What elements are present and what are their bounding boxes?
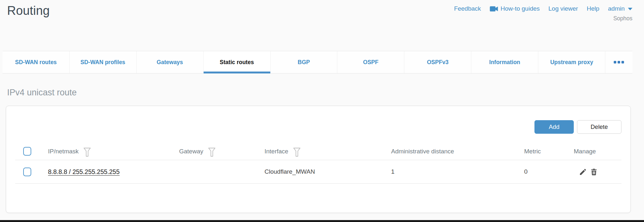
funnel-icon[interactable] — [208, 148, 216, 157]
tab-upstream-proxy[interactable]: Upstream proxy — [538, 51, 605, 73]
metric-cell: 0 — [524, 168, 574, 175]
ellipsis-icon — [618, 61, 620, 63]
pencil-icon[interactable] — [579, 168, 587, 176]
tab-more-menu[interactable] — [605, 51, 632, 73]
tab-ospfv3[interactable]: OSPFv3 — [404, 51, 471, 73]
ipv4-unicast-route-panel: Add Delete IP/netmask Gateway — [6, 106, 631, 213]
static-routes-table: IP/netmask Gateway Interface — [15, 143, 621, 184]
tab-bar: SD-WAN routes SD-WAN profiles Gateways S… — [3, 51, 632, 73]
admin-menu[interactable]: admin — [608, 5, 632, 12]
delete-button[interactable]: Delete — [577, 120, 621, 134]
tab-static-routes[interactable]: Static routes — [204, 51, 271, 73]
page-header: Routing Feedback How-to guides Log viewe… — [0, 0, 644, 51]
feedback-link[interactable]: Feedback — [454, 5, 481, 12]
brand-label: Sophos — [613, 15, 632, 22]
tab-bgp[interactable]: BGP — [271, 51, 338, 73]
utility-nav: Feedback How-to guides Log viewer Help a… — [454, 5, 632, 12]
column-header-metric: Metric — [524, 148, 541, 155]
header-utility-area: Feedback How-to guides Log viewer Help a… — [454, 5, 632, 22]
main-content: IPv4 unicast route Add Delete IP/netmask… — [0, 88, 644, 213]
funnel-icon[interactable] — [293, 148, 301, 157]
route-link[interactable]: 8.8.8.8 / 255.255.255.255 — [48, 168, 120, 176]
tab-sd-wan-profiles[interactable]: SD-WAN profiles — [70, 51, 137, 73]
tab-information[interactable]: Information — [471, 51, 538, 73]
column-header-ip-netmask: IP/netmask — [48, 148, 79, 155]
help-link[interactable]: Help — [587, 5, 599, 12]
tab-sd-wan-routes[interactable]: SD-WAN routes — [3, 51, 70, 73]
ellipsis-icon — [614, 61, 616, 63]
funnel-icon[interactable] — [83, 148, 91, 157]
howto-guides-link[interactable]: How-to guides — [490, 5, 540, 12]
manage-cell — [574, 168, 621, 176]
table-row: 8.8.8.8 / 255.255.255.255 Cloudflare_MWA… — [15, 160, 621, 184]
add-button[interactable]: Add — [534, 120, 574, 134]
column-header-interface: Interface — [264, 148, 288, 155]
table-header-row: IP/netmask Gateway Interface — [15, 143, 621, 160]
section-heading: IPv4 unicast route — [7, 88, 644, 98]
interface-cell: Cloudflare_MWAN — [264, 168, 391, 175]
video-camera-icon — [490, 6, 498, 12]
trash-icon[interactable] — [590, 168, 598, 176]
tab-gateways[interactable]: Gateways — [137, 51, 204, 73]
table-toolbar: Add Delete — [15, 120, 621, 134]
row-checkbox[interactable] — [23, 168, 31, 176]
tab-ospf[interactable]: OSPF — [337, 51, 404, 73]
chevron-down-icon — [628, 8, 632, 10]
administrative-distance-cell: 1 — [391, 168, 524, 175]
log-viewer-link[interactable]: Log viewer — [548, 5, 578, 12]
select-all-checkbox[interactable] — [23, 147, 31, 156]
column-header-gateway: Gateway — [179, 148, 203, 155]
bottom-edge — [0, 220, 644, 222]
column-header-manage: Manage — [574, 148, 596, 155]
column-header-administrative-distance: Administrative distance — [391, 148, 454, 155]
ellipsis-icon — [621, 61, 624, 63]
page-title: Routing — [7, 4, 50, 18]
